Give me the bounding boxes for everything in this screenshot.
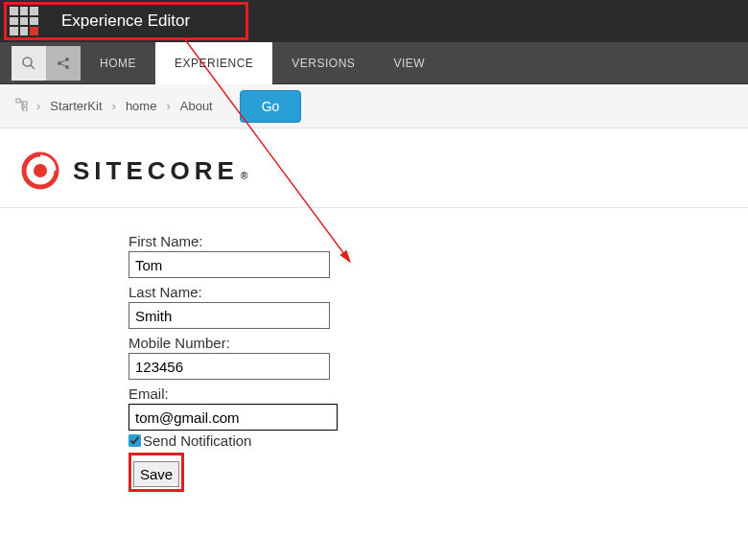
- svg-point-11: [34, 164, 47, 177]
- mobile-label: Mobile Number:: [129, 335, 748, 351]
- brand-row: SITECORE®: [0, 128, 748, 208]
- last-name-label: Last Name:: [129, 284, 748, 300]
- tab-home[interactable]: HOME: [81, 42, 155, 84]
- email-label: Email:: [129, 385, 748, 402]
- form-area: First Name: Last Name: Mobile Number: Em…: [0, 208, 748, 521]
- chevron-right-icon: ›: [166, 99, 170, 113]
- save-button[interactable]: Save: [133, 461, 179, 487]
- svg-point-4: [65, 65, 69, 69]
- svg-point-2: [58, 61, 61, 65]
- last-name-field[interactable]: [129, 302, 330, 329]
- breadcrumb-item[interactable]: home: [126, 99, 157, 113]
- share-icon[interactable]: [46, 46, 81, 81]
- app-title: Experience Editor: [61, 12, 190, 31]
- chevron-right-icon: ›: [112, 99, 116, 113]
- notification-row: Send Notification: [129, 432, 748, 449]
- chevron-right-icon: ›: [36, 99, 40, 113]
- svg-rect-7: [16, 99, 20, 103]
- notification-label: Send Notification: [143, 432, 251, 449]
- svg-point-3: [65, 58, 69, 61]
- svg-rect-8: [23, 102, 27, 105]
- go-button[interactable]: Go: [240, 90, 302, 123]
- brand-name-text: SITECORE: [73, 156, 239, 186]
- mobile-field[interactable]: [129, 353, 330, 380]
- registered-mark: ®: [241, 171, 252, 181]
- top-bar: Experience Editor: [0, 0, 748, 42]
- notification-checkbox[interactable]: [129, 434, 141, 447]
- brand-name: SITECORE®: [73, 156, 252, 186]
- breadcrumb-item[interactable]: About: [180, 99, 213, 113]
- svg-rect-9: [23, 107, 27, 111]
- tab-experience[interactable]: EXPERIENCE: [155, 42, 272, 84]
- launchpad-icon[interactable]: [10, 7, 38, 35]
- tab-view[interactable]: VIEW: [374, 42, 444, 84]
- svg-line-5: [61, 59, 66, 61]
- svg-line-6: [61, 63, 66, 65]
- breadcrumb-item[interactable]: StarterKit: [50, 99, 102, 113]
- email-field[interactable]: [129, 404, 338, 431]
- search-icon[interactable]: [12, 46, 46, 81]
- annotation-highlight-save: Save: [129, 453, 184, 492]
- first-name-field[interactable]: [129, 251, 330, 278]
- sitecore-logo-icon: [21, 152, 59, 190]
- breadcrumb: › StarterKit › home › About Go: [0, 84, 748, 128]
- first-name-label: First Name:: [129, 233, 748, 249]
- tree-icon[interactable]: [15, 98, 29, 114]
- svg-line-1: [31, 65, 35, 69]
- ribbon-bar: HOME EXPERIENCE VERSIONS VIEW: [0, 42, 748, 84]
- tab-versions[interactable]: VERSIONS: [272, 42, 374, 84]
- svg-point-0: [23, 58, 32, 66]
